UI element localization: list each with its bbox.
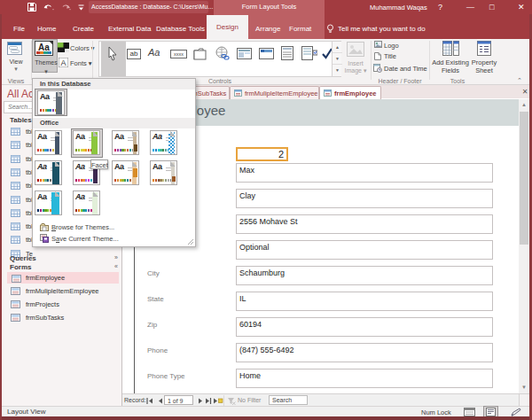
svg-text:A: A	[60, 58, 66, 67]
